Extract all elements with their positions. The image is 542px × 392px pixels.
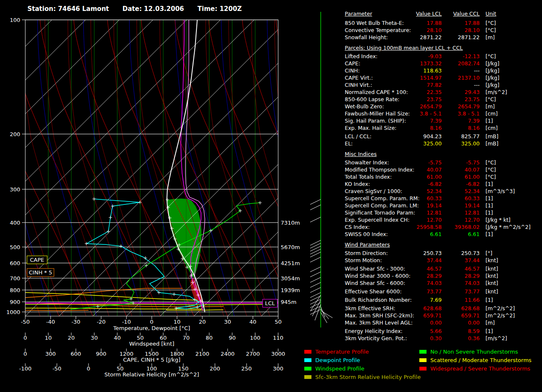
param-value-ccl: 2137.10 [442,74,480,81]
legend-swatch-icon [419,350,427,354]
cape-cinh-areas [167,199,203,303]
param-label: Wet-Bulb Zero: [345,103,405,110]
param-unit: [cm] [480,110,541,117]
table-row: Convective Temperature:28.1028.10[°C] [345,27,541,34]
param-value-lcl: 2654.79 [405,103,442,110]
param-value-lcl: 28.29 [405,272,442,279]
table-row: Sig. Hail Param. (SHIP):7.397.39[1] [345,117,541,124]
param-label: Max. 3km SRH Level AGL: [345,319,405,326]
cape-tick-label: 300 [46,351,56,357]
cape-tick-label: 1800 [170,351,184,357]
param-label: Total Totals Index: [345,173,405,180]
legend-item-profile: Windspeed Profile [304,364,421,373]
param-unit: [1] [480,231,541,238]
param-unit: [mB] [480,133,541,140]
plot-border [25,20,278,316]
table-row: 850-600 Lapse Rate:23.7523.75[°C] [345,96,541,103]
param-unit: [J/kg * m^2/s^2] [480,223,541,231]
param-value-lcl: 17.88 [405,19,442,27]
param-value-lcl: 250.73 [405,250,442,257]
param-unit: [J/kg * kt] [480,216,541,223]
param-label: Max. 3km SRH (SFC-2km): [345,312,405,319]
param-label: Sig. Hail Param. (SHIP): [345,117,405,124]
param-unit: [°C] [480,166,541,173]
param-value-ccl: 12.81 [442,209,480,216]
param-value-lcl: 40.07 [405,166,442,173]
table-row: Max. 3km SRH Level AGL:0.000.00[m] [345,319,541,326]
param-value-lcl: 0.30 [405,335,442,342]
srh-tick-label: 100 [147,365,157,372]
param-value-ccl: 2082.74 [442,60,480,67]
param-value-lcl: 74.03 [405,279,442,287]
param-unit: [J/kg] [480,60,541,67]
param-value-ccl: -12.13 [442,53,480,60]
param-label: Craven SigSvr / 1000: [345,188,405,195]
param-label: Normalized CAPE * 100: [345,89,405,96]
param-value-lcl: 23.75 [405,96,442,103]
srh-tick-label: 200 [210,365,220,372]
isotherm-gridline [0,20,18,316]
temperature-tick-label: 0 [150,319,153,325]
wind-barb-icon [310,243,321,248]
windspeed-tick-label: 100 [250,335,260,341]
param-unit: [1] [480,180,541,188]
param-unit: [m^2/s^2] [480,312,541,319]
param-value-ccl: 39368.02 [442,223,480,231]
height-label: 1939m [281,287,300,293]
param-value-ccl: --- [442,67,480,74]
temperature-tick-label: -30 [71,319,80,325]
param-value-ccl: 74.03 [442,279,480,287]
saturated-adiabat [206,20,270,316]
wind-barb-icon [310,272,321,277]
param-value-lcl: 28.10 [405,27,442,34]
windspeed-tick-label: 0 [24,335,27,341]
param-label: Fawbush-Miller Hail Size: [345,110,405,117]
moist-adiabat-blue [221,20,280,316]
table-row: 850 Wet Bulb Theta-E:17.8817.88[°C] [345,19,541,27]
param-label: Significant Tornado Param: [345,209,405,216]
param-label: Lifted Index: [345,53,405,60]
moist-adiabat-blue [83,20,142,316]
cape-label: CAPE [30,257,44,263]
param-value-ccl: 2654.79 [442,103,480,110]
param-label: 850-600 Lapse Rate: [345,96,405,103]
saturated-adiabat [114,20,178,316]
cape-tick-label: 0 [24,351,27,357]
table-row: Significant Tornado Param:12.8112.81[1] [345,209,541,216]
pressure-tick-label: 100 [10,17,20,23]
param-value-ccl: 8.59 [442,328,480,335]
param-value-lcl: 37.44 [405,257,442,264]
cinh-label: CINH * 5 [29,269,52,276]
param-label: Supercell Comp. Param. LM: [345,202,405,209]
pressure-tick-label: 500 [10,244,20,250]
param-value-lcl: 628.68 [405,305,442,312]
table-row: Lifted Index:-9.03-12.13[°C] [345,53,541,60]
pressure-tick-label: 400 [10,220,20,226]
table-row: Effective Shear 6000:73.7773.77[knt] [345,288,541,295]
saturated-adiabat [275,20,339,316]
windspeed-tick-label: 30 [91,335,98,341]
table-row: CS Index:25958.5839368.02[J/kg * m^2/s^2… [345,223,541,231]
table-section-title: Misc Indices [345,150,541,158]
legend-swatch-icon [304,375,311,379]
param-value-ccl: 73.77 [442,288,480,295]
wind-barb-icon [310,240,321,245]
param-value-ccl: 659.71 [442,312,480,319]
param-label: EL: [345,140,405,147]
legend-swatch-icon [304,358,311,362]
windspeed-tick-label: 80 [206,335,213,341]
param-unit: [°C] [480,53,541,60]
param-value-ccl: 0.36 [442,335,480,342]
param-unit: [J/kg] [480,81,541,89]
wind-barb-icon [310,249,321,254]
param-value-ccl: 325.00 [442,140,480,147]
cape-tick-label: 2100 [195,351,209,357]
param-value-ccl: -6.82 [442,180,480,188]
param-unit: [mB] [480,140,541,147]
temperature-tick-label: 40 [250,319,257,325]
table-row: SWISS 00 Index:6.616.61[1] [345,231,541,238]
table-section-title: Parcels: Using 100mB mean layer LCL + CC… [345,44,541,51]
pressure-tick-label: 300 [10,186,20,193]
param-label: CS Index: [345,223,405,231]
isotherm-gridline [0,20,153,316]
